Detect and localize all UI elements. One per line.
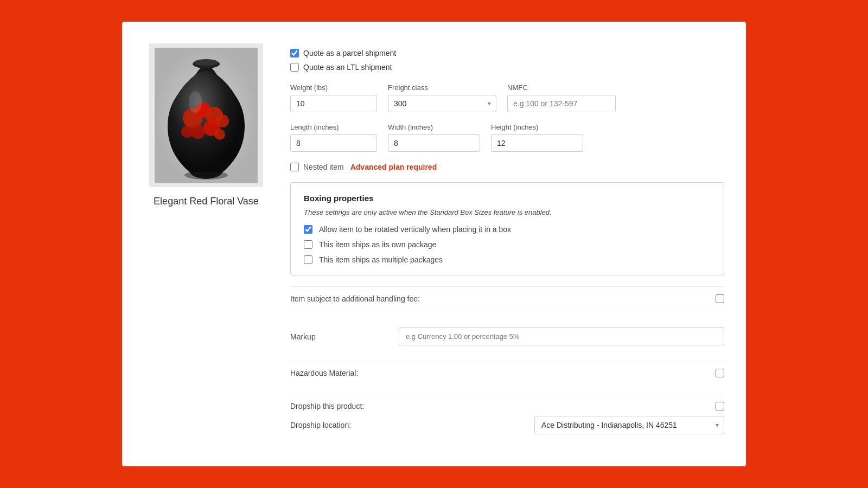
weight-input[interactable]	[290, 95, 377, 112]
dropship-checkbox[interactable]	[716, 402, 724, 410]
dimensions-row-1: Weight (lbs) Freight class 50 55 60 65 7…	[290, 84, 724, 112]
nested-item-label[interactable]: Nested item	[303, 163, 344, 171]
main-card: Elegant Red Floral Vase Quote as a parce…	[122, 22, 746, 466]
boxing-option-rotate: Allow item to be rotated vertically when…	[304, 225, 711, 234]
height-group: Height (inches)	[491, 123, 583, 152]
width-group: Width (inches)	[388, 123, 480, 152]
ltl-option-row: Quote as an LTL shipment	[290, 63, 724, 72]
markup-label: Markup	[290, 332, 388, 341]
svg-point-11	[214, 129, 225, 140]
dropship-location-select[interactable]: Ace Distributing - Indianapolis, IN 4625…	[534, 416, 724, 434]
svg-point-10	[181, 126, 193, 138]
weight-group: Weight (lbs)	[290, 84, 377, 112]
boxing-option-own-package: This item ships as its own package	[304, 240, 711, 249]
length-input[interactable]	[290, 134, 377, 152]
length-group: Length (inches)	[290, 123, 377, 152]
svg-point-12	[189, 91, 202, 113]
ltl-label[interactable]: Quote as an LTL shipment	[303, 63, 392, 72]
handling-fee-row: Item subject to additional handling fee:	[290, 286, 724, 311]
freight-class-label: Freight class	[388, 84, 496, 92]
nested-item-checkbox[interactable]	[290, 163, 299, 171]
dimensions-row-2: Length (inches) Width (inches) Height (i…	[290, 123, 724, 152]
height-label: Height (inches)	[491, 123, 583, 131]
svg-point-3	[194, 59, 218, 66]
shipment-options: Quote as a parcel shipment Quote as an L…	[290, 49, 724, 73]
length-label: Length (inches)	[290, 123, 377, 131]
parcel-label[interactable]: Quote as a parcel shipment	[303, 49, 396, 57]
dropship-location-label: Dropship location:	[290, 421, 351, 429]
handling-fee-checkbox[interactable]	[716, 294, 724, 303]
ltl-checkbox[interactable]	[290, 63, 299, 72]
product-name: Elegant Red Floral Vase	[154, 196, 259, 207]
own-package-checkbox[interactable]	[304, 240, 312, 249]
left-panel: Elegant Red Floral Vase	[144, 43, 269, 445]
width-input[interactable]	[388, 134, 480, 152]
svg-point-9	[216, 114, 229, 127]
dropship-section: Dropship this product: Dropship location…	[290, 395, 724, 434]
rotate-label[interactable]: Allow item to be rotated vertically when…	[319, 225, 511, 234]
advanced-plan-badge: Advanced plan required	[350, 163, 437, 171]
nmfc-label: NMFC	[507, 84, 616, 92]
nmfc-input[interactable]	[507, 95, 616, 112]
dropship-location-select-wrapper: Ace Distributing - Indianapolis, IN 4625…	[534, 416, 724, 434]
boxing-title: Boxing properties	[304, 194, 711, 203]
weight-label: Weight (lbs)	[290, 84, 377, 92]
boxing-subtitle: These settings are only active when the …	[304, 208, 711, 216]
dropship-label: Dropship this product:	[290, 402, 364, 410]
freight-class-select[interactable]: 50 55 60 65 70 77.5 85 92.5 100 110 125 …	[388, 95, 496, 112]
boxing-options-list: Allow item to be rotated vertically when…	[304, 225, 711, 264]
rotate-checkbox[interactable]	[304, 225, 312, 234]
parcel-checkbox[interactable]	[290, 49, 299, 57]
hazardous-checkbox[interactable]	[716, 369, 724, 377]
markup-input[interactable]	[399, 328, 724, 345]
product-image	[149, 43, 263, 187]
own-package-label[interactable]: This item ships as its own package	[319, 240, 436, 249]
handling-fee-label: Item subject to additional handling fee:	[290, 294, 420, 303]
hazardous-row: Hazardous Material:	[290, 362, 724, 384]
right-panel: Quote as a parcel shipment Quote as an L…	[290, 43, 724, 445]
dropship-product-row: Dropship this product:	[290, 402, 724, 410]
boxing-properties-box: Boxing properties These settings are onl…	[290, 182, 724, 275]
dropship-location-row: Dropship location: Ace Distributing - In…	[290, 416, 724, 434]
freight-class-group: Freight class 50 55 60 65 70 77.5 85 92.…	[388, 84, 496, 112]
multiple-packages-checkbox[interactable]	[304, 255, 312, 264]
height-input[interactable]	[491, 134, 583, 152]
hazardous-label: Hazardous Material:	[290, 369, 358, 377]
parcel-option-row: Quote as a parcel shipment	[290, 49, 724, 57]
multiple-packages-label[interactable]: This item ships as multiple packages	[319, 255, 443, 264]
freight-class-select-wrapper: 50 55 60 65 70 77.5 85 92.5 100 110 125 …	[388, 95, 496, 112]
nested-item-row: Nested item Advanced plan required	[290, 163, 724, 171]
width-label: Width (inches)	[388, 123, 480, 131]
nmfc-group: NMFC	[507, 84, 616, 112]
boxing-option-multiple-packages: This item ships as multiple packages	[304, 255, 711, 264]
markup-row: Markup	[290, 322, 724, 351]
